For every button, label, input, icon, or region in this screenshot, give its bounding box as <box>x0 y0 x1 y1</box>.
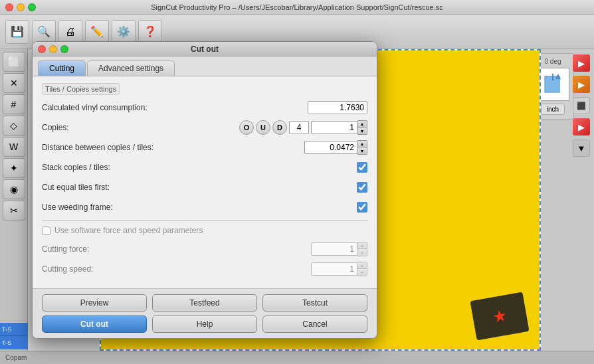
right-icon-1[interactable]: ▶ <box>573 54 590 72</box>
tool-pointer[interactable]: ✕ <box>3 73 25 93</box>
cutting-force-spinner-btns: ▲ ▼ <box>357 242 367 256</box>
dialog-maximize-btn[interactable] <box>60 45 68 53</box>
vinyl-consumption-input[interactable] <box>308 101 367 114</box>
toolbar-icon-search[interactable]: 🔍 <box>32 20 56 44</box>
copies-controls: O U D ▲ ▼ <box>95 120 367 135</box>
right-icon-4[interactable]: ▶ <box>573 118 590 136</box>
vinyl-consumption-label: Calculated vinyl consumption: <box>42 103 175 112</box>
app-title: SignCut Productivity Pro – /Users/JEscob… <box>151 3 443 11</box>
cutting-speed-up[interactable]: ▲ <box>357 262 367 269</box>
cut-equal-row: Cut equal tiles first: <box>42 180 367 195</box>
copies-spin-down[interactable]: ▼ <box>357 128 367 134</box>
cutting-force-label: Cutting force: <box>42 244 175 254</box>
copies-spin-up[interactable]: ▲ <box>357 121 367 128</box>
distance-input[interactable] <box>304 141 357 154</box>
cutting-force-down[interactable]: ▼ <box>357 249 367 256</box>
tool-select[interactable]: ⬜ <box>3 52 25 72</box>
toolbar-icon-help[interactable]: ❓ <box>138 20 162 44</box>
distance-spin-down[interactable]: ▼ <box>357 147 367 154</box>
force-checkbox-label: Use software force and speed parameters <box>54 226 203 235</box>
cut-equal-label: Cut equal tiles first: <box>42 183 175 192</box>
vinyl-consumption-value-container <box>175 101 367 114</box>
cutting-force-row: Cutting force: ▲ ▼ <box>42 242 367 256</box>
tab-cutting[interactable]: Cutting <box>38 60 86 76</box>
force-checkbox[interactable] <box>42 227 50 235</box>
close-button[interactable] <box>5 3 13 11</box>
rotation-box <box>536 68 569 101</box>
cut-equal-checkbox[interactable] <box>357 182 367 193</box>
copies-row: Copies: O U D ▲ ▼ <box>42 120 367 135</box>
weeding-checkbox-container <box>175 202 367 213</box>
dialog-tabs: Cutting Advanced settings <box>33 56 377 76</box>
toolbar-icon-save[interactable]: 💾 <box>5 20 29 44</box>
button-row-1: Preview Testfeed Testcut <box>42 294 367 312</box>
tool-cut[interactable]: ✂ <box>3 201 25 221</box>
weeding-checkbox[interactable] <box>357 202 367 213</box>
maximize-button[interactable] <box>28 3 36 11</box>
distance-spinner: ▲ ▼ <box>304 140 367 155</box>
minimize-button[interactable] <box>17 3 25 11</box>
distance-spin-up[interactable]: ▲ <box>357 141 367 147</box>
cutting-speed-input[interactable] <box>311 262 357 276</box>
cut-equal-checkbox-container <box>175 182 367 193</box>
testfeed-button[interactable]: Testfeed <box>152 294 257 312</box>
weeding-row: Use weeding frame: <box>42 200 367 215</box>
copies-right-input[interactable] <box>311 121 357 134</box>
distance-label: Distance between copies / tiles: <box>42 143 175 152</box>
stack-row: Stack copies / tiles: <box>42 160 367 175</box>
dialog-title: Cut out <box>191 45 219 54</box>
status-bar: Copam <box>0 351 594 364</box>
tool-color[interactable]: ◉ <box>3 179 25 199</box>
cutout-dialog: Cut out Cutting Advanced settings Tiles … <box>32 41 377 339</box>
dialog-buttons: Preview Testfeed Testcut Cut out Help Ca… <box>33 288 377 338</box>
copies-label: Copies: <box>42 123 95 132</box>
distance-row: Distance between copies / tiles: ▲ ▼ <box>42 140 367 155</box>
toolbar-icon-settings[interactable]: ⚙️ <box>112 20 136 44</box>
copies-left-input[interactable] <box>289 121 309 134</box>
section-label: Tiles / Copies settings <box>42 83 120 95</box>
rotation-label: 0 deg <box>544 58 561 65</box>
stack-checkbox[interactable] <box>357 162 367 173</box>
title-bar: SignCut Productivity Pro – /Users/JEscob… <box>0 0 594 15</box>
button-row-2: Cut out Help Cancel <box>42 316 367 333</box>
vinyl-consumption-row: Calculated vinyl consumption: <box>42 100 367 115</box>
tool-grid[interactable]: # <box>3 94 25 114</box>
cancel-button[interactable]: Cancel <box>262 316 367 333</box>
bottom-list: T-S T-S <box>0 323 28 349</box>
copies-d-button[interactable]: D <box>272 120 287 135</box>
tool-star[interactable]: ✦ <box>3 158 25 178</box>
status-text: Copam <box>5 354 27 361</box>
cutting-speed-label: Cutting speed: <box>42 264 175 274</box>
cutting-force-up[interactable]: ▲ <box>357 242 367 249</box>
tool-text[interactable]: W <box>3 137 25 157</box>
preview-button[interactable]: Preview <box>42 294 147 312</box>
list-item-2[interactable]: T-S <box>0 336 28 349</box>
weeding-label: Use weeding frame: <box>42 203 175 212</box>
toolbar-icon-edit[interactable]: ✏️ <box>85 20 109 44</box>
distance-value-container: ▲ ▼ <box>175 140 367 155</box>
toolbar-icon-print[interactable]: 🖨 <box>58 20 82 44</box>
distance-spinner-buttons: ▲ ▼ <box>357 140 367 155</box>
copies-u-button[interactable]: U <box>256 120 270 135</box>
cutting-speed-spinner-btns: ▲ ▼ <box>357 262 367 276</box>
copies-o-button[interactable]: O <box>239 120 254 135</box>
list-item-1[interactable]: T-S <box>0 323 28 336</box>
tab-advanced[interactable]: Advanced settings <box>87 60 175 76</box>
right-icon-3[interactable]: ⬛ <box>573 97 590 114</box>
dialog-close-btn[interactable] <box>38 45 46 53</box>
dialog-minimize-btn[interactable] <box>49 45 57 53</box>
cutting-force-input[interactable] <box>311 242 357 256</box>
testcut-button[interactable]: Testcut <box>262 294 367 312</box>
copies-spinner-buttons: ▲ ▼ <box>357 120 367 135</box>
unit-button[interactable]: inch <box>541 104 565 115</box>
help-button[interactable]: Help <box>152 316 257 333</box>
right-icon-2[interactable]: ▶ <box>573 76 590 93</box>
window-controls <box>5 3 36 11</box>
cutting-speed-down[interactable]: ▼ <box>357 269 367 276</box>
tool-shape[interactable]: ◇ <box>3 116 25 136</box>
left-sidebar: ⬜ ✕ # ◇ W ✦ ◉ ✂ <box>0 49 28 364</box>
cutting-force-container: ▲ ▼ <box>175 242 367 256</box>
right-icon-5[interactable]: ▼ <box>573 139 590 157</box>
force-checkbox-row: Use software force and speed parameters <box>42 226 367 235</box>
cutout-button[interactable]: Cut out <box>42 316 147 333</box>
